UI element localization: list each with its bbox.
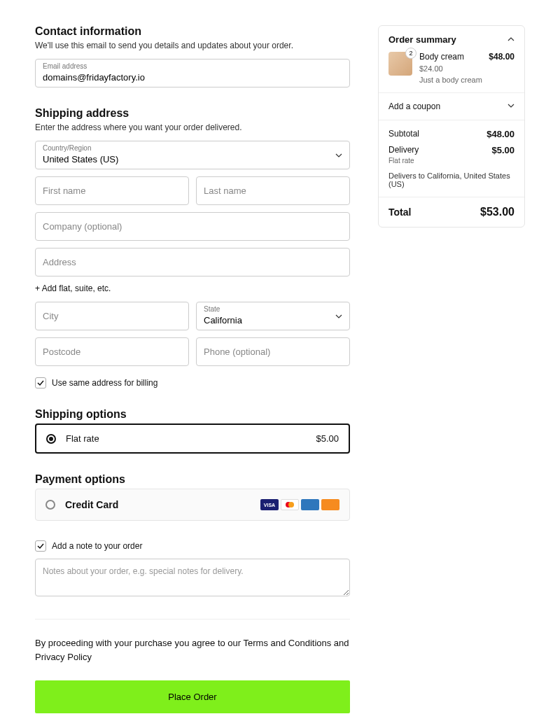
item-name: Body cream bbox=[419, 52, 464, 62]
email-field-wrapper[interactable]: Email address bbox=[35, 59, 350, 88]
state-select-wrapper[interactable]: State bbox=[196, 302, 350, 330]
item-thumbnail: 2 bbox=[388, 52, 412, 76]
phone-wrapper[interactable] bbox=[196, 337, 350, 366]
divider bbox=[35, 619, 350, 620]
order-summary-card: Order summary 2 Body cream $48.00 $24.00… bbox=[378, 25, 525, 227]
last-name-wrapper[interactable] bbox=[196, 176, 350, 205]
country-select-wrapper[interactable]: Country/Region bbox=[35, 141, 350, 169]
delivery-sub: Flat rate bbox=[388, 157, 514, 164]
chevron-down-icon bbox=[507, 102, 514, 111]
country-label: Country/Region bbox=[43, 144, 91, 152]
phone-field[interactable] bbox=[197, 338, 349, 365]
first-name-field[interactable] bbox=[36, 177, 188, 204]
mastercard-icon bbox=[281, 499, 299, 510]
add-note-checkbox[interactable] bbox=[35, 540, 46, 552]
first-name-wrapper[interactable] bbox=[35, 176, 189, 205]
terms-text: By proceeding with your purchase you agr… bbox=[35, 636, 350, 664]
add-flat-link[interactable]: + Add flat, suite, etc. bbox=[35, 284, 350, 293]
item-total: $48.00 bbox=[489, 52, 514, 62]
city-field[interactable] bbox=[36, 302, 188, 330]
credit-card-option[interactable]: Credit Card VISA bbox=[35, 489, 350, 521]
item-unit-price: $24.00 bbox=[419, 64, 514, 73]
cart-item: 2 Body cream $48.00 $24.00 Just a body c… bbox=[388, 52, 514, 84]
add-coupon-toggle[interactable]: Add a coupon bbox=[388, 102, 514, 111]
address-wrapper[interactable] bbox=[35, 248, 350, 276]
payment-heading: Payment options bbox=[35, 473, 350, 486]
delivery-label: Delivery bbox=[388, 145, 419, 155]
radio-unchecked-icon bbox=[46, 500, 55, 510]
contact-heading: Contact information bbox=[35, 25, 350, 38]
address-field[interactable] bbox=[36, 248, 349, 276]
svg-point-1 bbox=[288, 502, 294, 507]
add-note-label: Add a note to your order bbox=[52, 541, 142, 551]
postcode-field[interactable] bbox=[36, 338, 188, 365]
flat-rate-option[interactable]: Flat rate $5.00 bbox=[35, 424, 350, 454]
contact-desc: We'll use this email to send you details… bbox=[35, 41, 350, 50]
subtotal-value: $48.00 bbox=[486, 129, 514, 139]
same-billing-checkbox[interactable] bbox=[35, 377, 46, 388]
email-label: Email address bbox=[43, 62, 87, 70]
order-summary-heading: Order summary bbox=[388, 34, 456, 45]
same-billing-label: Use same address for billing bbox=[52, 378, 158, 388]
credit-card-label: Credit Card bbox=[65, 499, 251, 510]
visa-icon: VISA bbox=[260, 499, 279, 510]
company-field[interactable] bbox=[36, 213, 349, 240]
card-icons: VISA bbox=[260, 499, 340, 510]
radio-checked-icon bbox=[46, 434, 56, 444]
shipping-options-heading: Shipping options bbox=[35, 408, 350, 421]
flat-rate-label: Flat rate bbox=[66, 433, 306, 444]
item-desc: Just a body cream bbox=[419, 76, 514, 84]
order-notes-textarea[interactable] bbox=[35, 559, 350, 596]
subtotal-label: Subtotal bbox=[388, 129, 419, 139]
discover-icon bbox=[321, 499, 340, 510]
city-wrapper[interactable] bbox=[35, 302, 189, 330]
amex-icon bbox=[301, 499, 319, 510]
order-summary-toggle[interactable]: Order summary bbox=[388, 34, 514, 45]
delivers-to: Delivers to California, United States (U… bbox=[388, 172, 514, 188]
total-value: $53.00 bbox=[480, 206, 514, 218]
shipping-desc: Enter the address where you want your or… bbox=[35, 122, 350, 132]
item-qty-badge: 2 bbox=[405, 48, 416, 59]
state-label: State bbox=[204, 305, 220, 313]
shipping-heading: Shipping address bbox=[35, 107, 350, 120]
company-wrapper[interactable] bbox=[35, 212, 350, 241]
chevron-up-icon bbox=[507, 34, 514, 45]
total-label: Total bbox=[388, 206, 411, 218]
last-name-field[interactable] bbox=[197, 177, 349, 204]
postcode-wrapper[interactable] bbox=[35, 337, 189, 366]
place-order-button[interactable]: Place Order bbox=[35, 680, 350, 713]
delivery-value: $5.00 bbox=[491, 145, 514, 155]
add-coupon-label: Add a coupon bbox=[388, 102, 440, 111]
flat-rate-price: $5.00 bbox=[316, 433, 339, 444]
